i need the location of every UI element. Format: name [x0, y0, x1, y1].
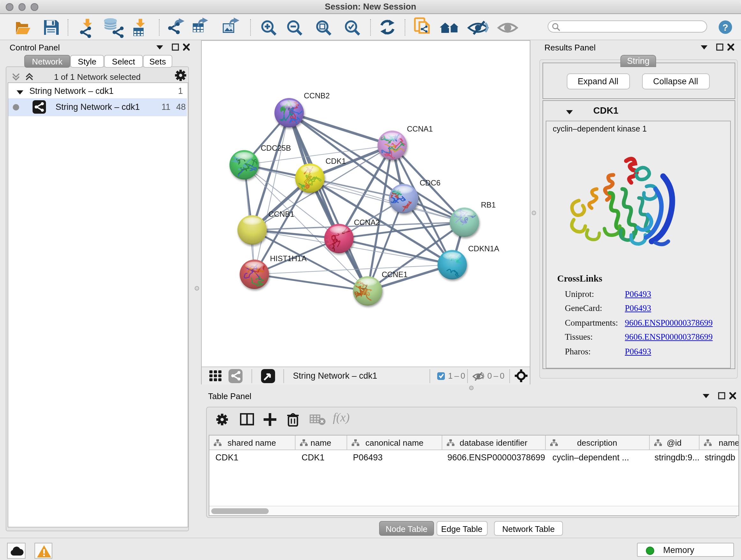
svg-text:CCNB2: CCNB2 [304, 91, 330, 100]
svg-text:CDC6: CDC6 [420, 179, 441, 187]
svg-text:CCNB1: CCNB1 [268, 210, 294, 219]
svg-text:CDKN1A: CDKN1A [468, 244, 499, 253]
svg-text:CCNA1: CCNA1 [407, 125, 433, 133]
svg-text:CDK1: CDK1 [326, 157, 346, 165]
svg-text:CCNE1: CCNE1 [382, 270, 408, 279]
svg-text:HIST1H1A: HIST1H1A [270, 254, 307, 263]
svg-text:RB1: RB1 [481, 200, 496, 209]
svg-text:CDC25B: CDC25B [261, 144, 291, 152]
svg-text:CCNA2: CCNA2 [354, 218, 380, 227]
